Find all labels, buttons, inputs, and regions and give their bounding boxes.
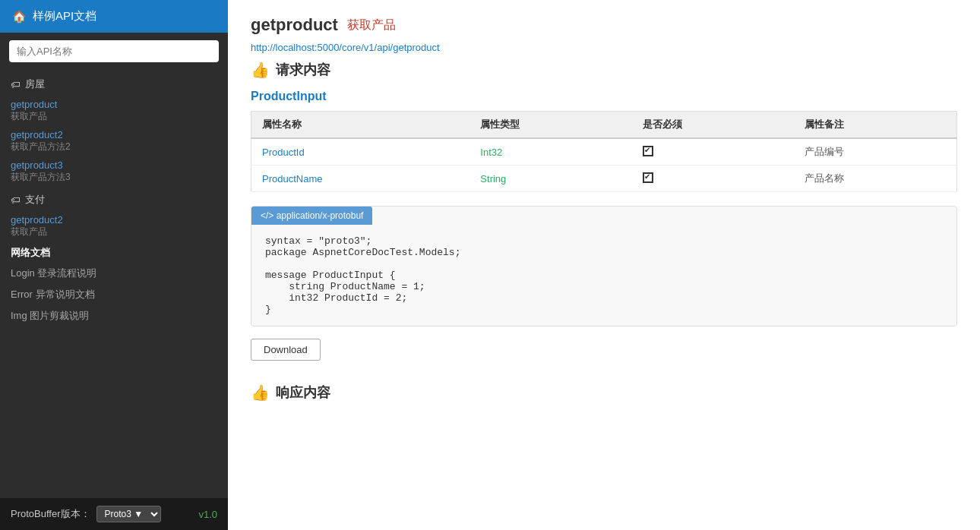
prop-required — [632, 138, 794, 166]
sidebar-item-name: getproduct3 — [11, 159, 217, 171]
version-label: v1.0 — [198, 509, 217, 520]
col-header-type: 属性类型 — [469, 112, 631, 139]
code-block-body: syntax = "proto3"; package AspnetCoreDoc… — [251, 225, 956, 326]
tag-icon-pay: 🏷 — [11, 194, 21, 206]
table-row: ProductName String 产品名称 — [251, 166, 957, 192]
sidebar-item-desc: 获取产品 — [11, 226, 217, 238]
col-header-note: 属性备注 — [794, 112, 957, 139]
prop-note: 产品名称 — [794, 166, 957, 192]
api-name: getproduct — [251, 15, 338, 35]
home-icon: 🏠 — [12, 10, 27, 24]
prop-name: ProductId — [251, 138, 470, 166]
code-block-container: </> application/x-protobuf syntax = "pro… — [251, 206, 957, 327]
sidebar-item-desc: 获取产品 — [11, 110, 217, 123]
sidebar-item-name: getproduct — [11, 99, 217, 110]
sidebar-item-desc: 获取产品方法3 — [11, 171, 217, 184]
request-section-label: 请求内容 — [276, 61, 330, 79]
api-url-link[interactable]: http://localhost:5000/core/v1/api/getpro… — [251, 42, 440, 53]
section-house: 🏷 房屋 — [0, 70, 228, 94]
proto-buffer-label: ProtoBuffer版本： — [11, 507, 90, 521]
sidebar-item-getproduct2-house[interactable]: getproduct2 获取产品方法2 — [0, 125, 228, 155]
sidebar-item-name: getproduct2 — [11, 129, 217, 140]
tag-icon-house: 🏷 — [11, 79, 21, 90]
sidebar-net-item-img[interactable]: Img 图片剪裁说明 — [0, 305, 228, 327]
main-content: getproduct 获取产品 http://localhost:5000/co… — [228, 0, 980, 530]
sidebar-item-getproduct[interactable]: getproduct 获取产品 — [0, 94, 228, 125]
sidebar-net-item-login[interactable]: Login 登录流程说明 — [0, 263, 228, 284]
sidebar-item-name: getproduct2 — [11, 214, 217, 226]
sidebar-item-getproduct3[interactable]: getproduct3 获取产品方法3 — [0, 155, 228, 185]
prop-name: ProductName — [251, 166, 470, 192]
sidebar-title: 样例API文档 — [33, 9, 96, 24]
download-button[interactable]: Download — [251, 339, 321, 361]
prop-type: Int32 — [469, 138, 631, 166]
col-header-required: 是否必须 — [632, 112, 794, 139]
table-row: ProductId Int32 产品编号 — [251, 138, 957, 166]
prop-type: String — [469, 166, 631, 192]
search-box — [0, 33, 228, 70]
response-section-label: 响应内容 — [276, 383, 330, 402]
sidebar-net-item-error[interactable]: Error 异常说明文档 — [0, 284, 228, 305]
sidebar-item-getproduct2-pay[interactable]: getproduct2 获取产品 — [0, 210, 228, 240]
proto-version-select[interactable]: Proto3 ▼ — [96, 506, 161, 522]
col-header-name: 属性名称 — [251, 112, 470, 139]
request-type-title: ProductInput — [251, 90, 957, 103]
sidebar-footer: ProtoBuffer版本： Proto3 ▼ v1.0 — [0, 498, 228, 530]
page-title-row: getproduct 获取产品 — [251, 15, 957, 35]
properties-table: 属性名称 属性类型 是否必须 属性备注 ProductId Int32 产品编号… — [251, 111, 957, 192]
thumbs-up-icon: 👍 — [251, 61, 270, 79]
prop-required — [632, 166, 794, 192]
response-section-header: 👍 响应内容 — [251, 383, 957, 402]
section-pay: 🏷 支付 — [0, 185, 228, 210]
sidebar-item-desc: 获取产品方法2 — [11, 140, 217, 153]
sidebar: 🏠 样例API文档 🏷 房屋 getproduct 获取产品 getproduc… — [0, 0, 228, 530]
api-desc: 获取产品 — [347, 17, 396, 33]
sidebar-header: 🏠 样例API文档 — [0, 0, 228, 33]
search-input[interactable] — [9, 40, 219, 62]
thumbs-up-icon-response: 👍 — [251, 383, 270, 402]
request-section-header: 👍 请求内容 — [251, 61, 957, 79]
code-block-label: </> application/x-protobuf — [251, 207, 372, 225]
prop-note: 产品编号 — [794, 138, 957, 166]
net-section-title: 网络文档 — [0, 240, 228, 263]
